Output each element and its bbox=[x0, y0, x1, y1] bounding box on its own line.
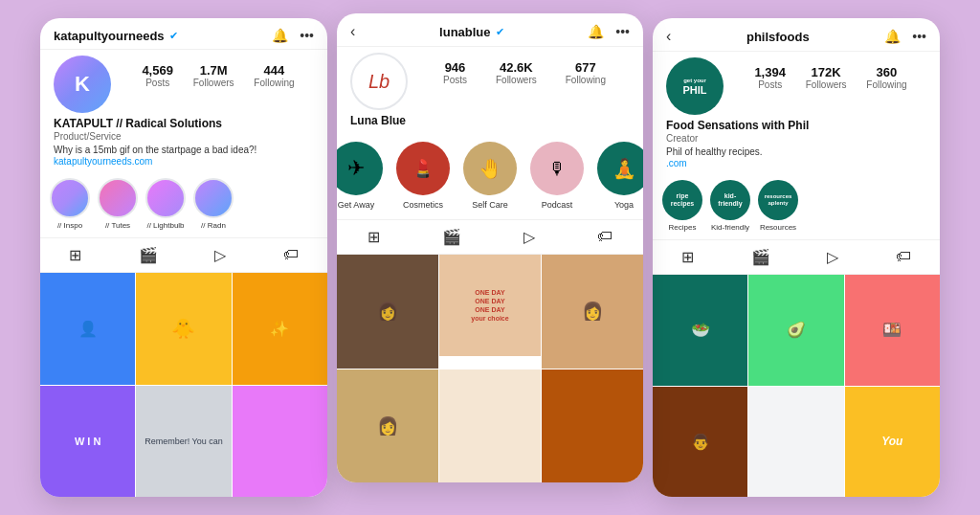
center-tag-icon[interactable]: 🏷 bbox=[597, 228, 612, 246]
right-website[interactable]: .com bbox=[666, 158, 926, 168]
highlight-getaway[interactable]: ✈ Get Away bbox=[337, 142, 383, 210]
center-photo-6[interactable] bbox=[542, 369, 643, 483]
center-photo-2[interactable]: ONE DAYONE DAYONE DAYyour choice bbox=[439, 255, 541, 356]
center-grid-icon[interactable]: ⊞ bbox=[368, 228, 380, 246]
right-play-icon[interactable]: ▷ bbox=[827, 248, 838, 266]
left-followers-value: 1.7M bbox=[193, 63, 234, 78]
right-reels-icon[interactable]: 🎬 bbox=[751, 248, 770, 266]
center-photo-1[interactable]: 👩 bbox=[337, 255, 438, 369]
right-tag-icon[interactable]: 🏷 bbox=[896, 248, 911, 266]
highlight-tutes-label: // Tutes bbox=[105, 221, 130, 230]
bell-icon[interactable]: 🔔 bbox=[272, 28, 288, 43]
right-photo-6[interactable]: You bbox=[845, 387, 940, 498]
center-photo-5[interactable] bbox=[439, 369, 541, 483]
highlight-tutes[interactable]: // Tutes bbox=[98, 178, 138, 230]
right-back-icon[interactable]: ‹ bbox=[666, 28, 671, 45]
getaway-circle: ✈ bbox=[337, 142, 383, 195]
right-photo-1[interactable]: 🥗 bbox=[653, 275, 747, 386]
center-bell-icon[interactable]: 🔔 bbox=[588, 24, 604, 39]
right-more-icon[interactable]: ••• bbox=[912, 29, 926, 44]
right-stats-row: 1,394 Posts 172K Followers 360 Following bbox=[735, 57, 926, 98]
photo-cell-3[interactable]: ✨ bbox=[233, 273, 327, 385]
tag-icon[interactable]: 🏷 bbox=[283, 246, 299, 264]
highlight-inspo[interactable]: // Inspo bbox=[50, 178, 90, 230]
play-icon[interactable]: ▷ bbox=[214, 246, 226, 264]
center-posts-stat: 946 Posts bbox=[443, 60, 467, 85]
center-profile-info: 946 Posts 42.6K Followers 677 Following bbox=[419, 53, 630, 93]
highlight-radn[interactable]: // Radn bbox=[193, 178, 234, 230]
left-profile-section: K 4,569 Posts 1.7M Followers 444 Followi… bbox=[40, 50, 327, 117]
center-play-icon[interactable]: ▷ bbox=[523, 228, 535, 246]
right-header: ‹ philsfoods 🔔 ••• bbox=[653, 18, 940, 52]
left-website[interactable]: katapultyourneeds.com bbox=[54, 156, 314, 167]
center-reels-icon[interactable]: 🎬 bbox=[442, 228, 461, 246]
highlight-recipes[interactable]: riperecipes Recipes bbox=[662, 180, 702, 232]
right-highlights: riperecipes Recipes kid-friendly Kid-fri… bbox=[653, 172, 940, 239]
highlight-lightbulb[interactable]: // Lightbulb bbox=[145, 178, 186, 230]
left-display-name: KATAPULT // Radical Solutions bbox=[54, 117, 314, 130]
highlight-inspo-circle bbox=[50, 178, 90, 218]
left-bio-section: KATAPULT // Radical Solutions Product/Se… bbox=[40, 117, 327, 170]
right-photo-4[interactable]: 👨 bbox=[653, 387, 747, 498]
center-more-icon[interactable]: ••• bbox=[615, 24, 630, 39]
right-avatar: get your PHIL bbox=[666, 57, 724, 115]
left-photo-grid: 👤 🐥 ✨ W I N Remember! You can bbox=[40, 273, 327, 497]
left-posts-stat: 4,569 Posts bbox=[142, 63, 173, 88]
highlight-lightbulb-label: // Lightbulb bbox=[146, 221, 184, 230]
grid-icon[interactable]: ⊞ bbox=[69, 246, 81, 264]
center-back-area: ‹ bbox=[350, 23, 355, 40]
center-followers-label: Followers bbox=[496, 75, 537, 85]
center-highlights: ✈ Get Away 💄 Cosmetics 🤚 Self Care 🎙 Pod… bbox=[337, 132, 643, 219]
highlight-podcast[interactable]: 🎙 Podcast bbox=[530, 142, 584, 210]
right-grid-icon[interactable]: ⊞ bbox=[681, 248, 694, 266]
left-avatar: K bbox=[54, 56, 111, 113]
cosmetics-circle: 💄 bbox=[396, 142, 450, 195]
selfcare-circle: 🤚 bbox=[463, 142, 517, 195]
left-highlights: // Inspo // Tutes // Lightbulb // Radn bbox=[40, 170, 327, 237]
more-icon[interactable]: ••• bbox=[300, 28, 314, 43]
right-following-label: Following bbox=[866, 79, 906, 90]
podcast-label: Podcast bbox=[542, 200, 573, 210]
right-bio: Phil of healthy recipes. bbox=[666, 146, 926, 158]
highlight-radn-circle bbox=[193, 178, 234, 218]
highlight-selfcare[interactable]: 🤚 Self Care bbox=[463, 142, 517, 210]
center-photo-3[interactable]: 👩 bbox=[542, 255, 643, 369]
center-followers-stat: 42.6K Followers bbox=[496, 60, 537, 85]
center-following-label: Following bbox=[566, 75, 606, 85]
center-header: ‹ lunablue ✔ 🔔 ••• bbox=[337, 13, 643, 47]
left-following-stat: 444 Following bbox=[254, 63, 294, 88]
right-following-stat: 360 Following bbox=[866, 65, 906, 90]
highlight-yoga[interactable]: 🧘 Yoga bbox=[597, 142, 643, 210]
center-photo-4[interactable]: 👩 bbox=[337, 369, 438, 483]
back-icon[interactable]: ‹ bbox=[350, 23, 355, 40]
photo-cell-2[interactable]: 🐥 bbox=[136, 273, 231, 385]
right-followers-stat: 172K Followers bbox=[806, 65, 847, 90]
reels-icon[interactable]: 🎬 bbox=[139, 246, 158, 264]
podcast-circle: 🎙 bbox=[530, 142, 584, 195]
right-back-area: ‹ bbox=[666, 28, 671, 45]
photo-cell-4[interactable]: W I N bbox=[40, 386, 135, 498]
right-header-icons: 🔔 ••• bbox=[884, 29, 926, 44]
right-bell-icon[interactable]: 🔔 bbox=[884, 29, 901, 44]
left-stats-row: 4,569 Posts 1.7M Followers 444 Following bbox=[122, 56, 314, 96]
right-category: Creator bbox=[666, 133, 926, 144]
right-photo-5[interactable] bbox=[748, 387, 843, 498]
center-followers-value: 42.6K bbox=[496, 60, 537, 75]
right-followers-value: 172K bbox=[806, 65, 847, 79]
right-photo-2[interactable]: 🥑 bbox=[748, 275, 843, 386]
getaway-label: Get Away bbox=[338, 200, 374, 210]
center-posts-value: 946 bbox=[443, 60, 467, 75]
center-verified-icon: ✔ bbox=[496, 26, 504, 38]
left-header: katapultyourneeds ✔ 🔔 ••• bbox=[40, 18, 327, 50]
photo-cell-6[interactable] bbox=[233, 386, 327, 498]
photo-cell-5[interactable]: Remember! You can bbox=[136, 386, 231, 498]
highlight-resources[interactable]: resourcesaplenty Resources bbox=[758, 180, 798, 232]
photo-cell-1[interactable]: 👤 bbox=[40, 273, 135, 385]
left-followers-label: Followers bbox=[193, 78, 234, 88]
highlight-cosmetics[interactable]: 💄 Cosmetics bbox=[396, 142, 450, 210]
left-following-label: Following bbox=[254, 78, 294, 88]
left-category: Product/Service bbox=[54, 131, 314, 142]
right-photo-3[interactable]: 🍱 bbox=[845, 275, 940, 386]
yoga-circle: 🧘 bbox=[597, 142, 643, 195]
highlight-kid-friendly[interactable]: kid-friendly Kid-friendly bbox=[710, 180, 750, 232]
